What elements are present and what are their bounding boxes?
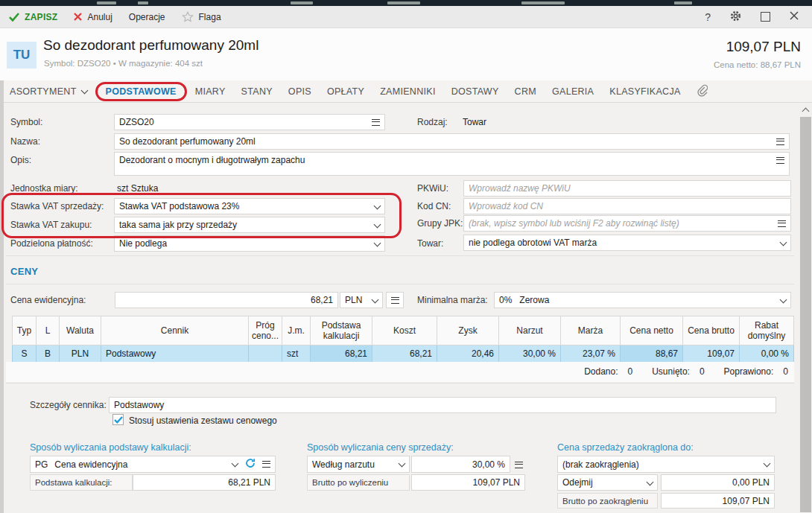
menu-icon[interactable] — [262, 461, 270, 468]
tab-asortyment[interactable]: ASORTYMENT — [10, 86, 87, 97]
calc-round-mode-dropdown[interactable]: Odejmij — [557, 474, 658, 491]
col-jm[interactable]: J.m. — [282, 316, 311, 345]
calc-base-dropdown[interactable]: PG Cena ewidencyjna — [30, 456, 276, 473]
tab-podstawowe[interactable]: PODSTAWOWE — [103, 86, 180, 97]
cell-podstawa[interactable]: 68,21 — [311, 345, 372, 363]
background-window-sliver — [0, 0, 812, 6]
jednostka-miary-label: Jednostka miary: — [10, 183, 78, 194]
symbol-value: DZSO20 — [119, 117, 154, 127]
tab-klasyfikacja-label: KLASYFIKACJA — [609, 86, 680, 97]
table-row[interactable]: S B PLN Podstawowy szt 68,21 68,21 20,46… — [13, 345, 794, 363]
cell-l[interactable]: B — [37, 345, 60, 363]
cancel-button[interactable]: Anuluj — [74, 12, 112, 22]
unit-name: Sztuka — [131, 183, 159, 194]
save-button[interactable]: ZAPISZ — [9, 12, 57, 22]
cell-narzut[interactable]: 30,00 % — [499, 345, 561, 363]
podzielona-platnosc-label: Podzielona płatność: — [10, 238, 93, 249]
operations-label: Operacje — [129, 12, 165, 22]
stawka-vat-sprzedazy-dropdown[interactable]: Stawka VAT podstawowa 23% — [114, 198, 385, 214]
rodzaj-label: Rodzaj: — [417, 117, 448, 127]
menu-icon[interactable] — [778, 220, 786, 227]
opis-field[interactable]: Dezodorant o mocnym i długotrwałym zapac… — [114, 152, 790, 176]
menu-icon[interactable] — [372, 119, 380, 126]
tab-stany-label: STANY — [241, 86, 273, 97]
tab-dostawy[interactable]: DOSTAWY — [451, 86, 499, 97]
nazwa-value: So dezodorant perfumowany 20ml — [119, 136, 256, 147]
calc-round-amount-field[interactable]: 0,00 PLN — [661, 474, 775, 491]
col-waluta[interactable]: Waluta — [60, 316, 101, 345]
grupy-jpk-field[interactable]: (brak, wpisz symbol lub wciśnij F2 aby r… — [463, 215, 791, 232]
currency-dropdown[interactable]: PLN — [340, 292, 383, 308]
scroll-up-button[interactable] — [799, 103, 812, 116]
settings-gear-icon[interactable] — [730, 10, 741, 24]
close-icon[interactable] — [790, 11, 799, 22]
symbol-field[interactable]: DZSO20 — [114, 114, 385, 130]
paperclip-icon[interactable] — [697, 84, 708, 99]
vertical-scrollbar[interactable] — [799, 103, 812, 513]
stawka-vat-zakupu-dropdown[interactable]: taka sama jak przy sprzedaży — [114, 217, 385, 233]
product-type-badge: TU — [7, 42, 37, 68]
x-icon — [74, 13, 82, 21]
minimalna-marza-dropdown[interactable]: 0% Zerowa — [494, 292, 791, 308]
kod-cn-field[interactable]: Wprowadź kod CN — [463, 198, 791, 214]
col-podstawa[interactable]: Podstawa kalkulacji — [311, 316, 372, 345]
col-l[interactable]: L — [37, 316, 60, 345]
kod-cn-label: Kod CN: — [417, 201, 451, 211]
podzielona-platnosc-dropdown[interactable]: Nie podlega — [114, 235, 385, 252]
cell-jm[interactable]: szt — [282, 345, 311, 363]
col-typ[interactable]: Typ — [13, 316, 37, 345]
tab-oplaty[interactable]: OPŁATY — [327, 86, 364, 97]
col-cennik[interactable]: Cennik — [101, 316, 249, 345]
col-cena-brutto[interactable]: Cena brutto — [683, 316, 740, 345]
calc-sale-dropdown[interactable]: Według narzutu — [307, 456, 410, 473]
tab-klasyfikacja[interactable]: KLASYFIKACJA — [609, 86, 680, 97]
cell-koszt[interactable]: 68,21 — [372, 345, 437, 363]
col-prog[interactable]: Próg ceno... — [249, 316, 282, 345]
brutto-po-zaokragleniu-label: Brutto po zaokrągleniu — [562, 497, 648, 506]
tab-opis[interactable]: OPIS — [288, 86, 311, 97]
cena-ewidencyjna-field[interactable]: 68,21 — [115, 292, 338, 308]
sliver-fragment — [387, 1, 420, 4]
col-rabat[interactable]: Rabat domyślny — [740, 316, 794, 345]
help-icon[interactable]: ? — [705, 11, 711, 23]
cell-marza[interactable]: 23,07 % — [561, 345, 621, 363]
zestaw-cenowy-checkbox[interactable] — [112, 414, 124, 425]
pkwiu-field[interactable]: Wprowadź nazwę PKWiU — [463, 180, 791, 197]
minimalna-marza-label: Minimalna marża: — [417, 295, 488, 305]
col-cena-netto[interactable]: Cena netto — [621, 316, 683, 345]
calc-round-mode-value: Odejmij — [562, 477, 593, 488]
calc-round-dropdown[interactable]: (brak zaokrąglenia) — [557, 456, 775, 473]
maximize-icon[interactable] — [761, 12, 770, 22]
cell-cena-brutto[interactable]: 109,07 — [683, 345, 740, 363]
menu-icon[interactable] — [776, 157, 784, 164]
cena-menu-button[interactable] — [386, 292, 404, 308]
tab-galeria[interactable]: GALERIA — [552, 86, 594, 97]
tab-zamienniki[interactable]: ZAMIENNIKI — [380, 86, 436, 97]
cell-cennik[interactable]: Podstawowy — [101, 345, 249, 363]
tab-miary[interactable]: MIARY — [195, 86, 226, 97]
tab-stany[interactable]: STANY — [241, 86, 273, 97]
cell-zysk[interactable]: 20,46 — [437, 345, 499, 363]
operations-menu[interactable]: Operacje — [129, 12, 165, 22]
col-narzut[interactable]: Narzut — [499, 316, 561, 345]
cell-cena-netto[interactable]: 88,67 — [621, 345, 683, 363]
cell-prog[interactable] — [249, 345, 282, 363]
col-zysk[interactable]: Zysk — [437, 316, 499, 345]
refresh-icon[interactable] — [245, 458, 256, 471]
col-koszt[interactable]: Koszt — [372, 316, 437, 345]
calc-sale-percent-value: 30,00 % — [472, 459, 505, 470]
menu-icon[interactable] — [776, 138, 784, 145]
product-header: TU So dezodorant perfumowany 20ml Symbol… — [0, 28, 812, 80]
cell-waluta[interactable]: PLN — [60, 345, 101, 363]
cell-typ[interactable]: S — [13, 345, 37, 363]
nazwa-field[interactable]: So dezodorant perfumowany 20ml — [114, 133, 790, 150]
flag-button[interactable]: Flaga — [182, 11, 221, 22]
towar-dropdown[interactable]: nie podlega obrotowi VAT marża — [463, 235, 791, 251]
szczegoly-cennika-field[interactable]: Podstawowy — [109, 397, 776, 413]
tab-crm[interactable]: CRM — [515, 86, 536, 97]
calc-sale-percent-field[interactable]: 30,00 % — [411, 456, 510, 473]
cell-rabat[interactable]: 0,00 % — [740, 345, 794, 363]
menu-icon[interactable] — [515, 462, 523, 468]
scrollbar-thumb[interactable] — [800, 117, 811, 512]
col-marza[interactable]: Marża — [561, 316, 621, 345]
